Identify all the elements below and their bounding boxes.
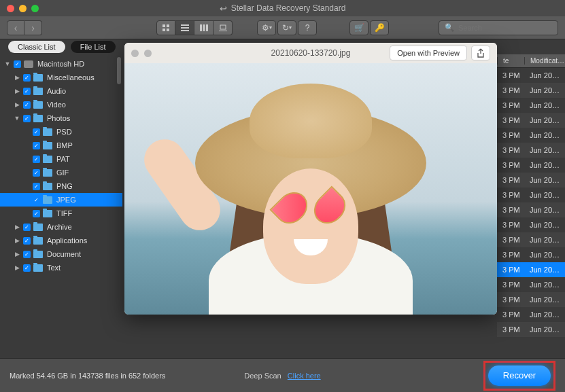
table-row[interactable]: 3 PMJun 20… bbox=[497, 143, 565, 158]
table-row[interactable]: 3 PMJun 20… bbox=[497, 173, 565, 188]
minimize-window-button[interactable] bbox=[19, 5, 27, 12]
tree-item-bmp[interactable]: ✓BMP bbox=[0, 139, 122, 152]
status-text: Marked 54.46 GB in 143738 files in 652 f… bbox=[10, 372, 165, 380]
tree-item-png[interactable]: ✓PNG bbox=[0, 179, 122, 193]
disclosure-icon[interactable]: ▶ bbox=[14, 101, 20, 108]
table-row[interactable]: 3 PMJun 20… bbox=[497, 262, 565, 277]
zoom-window-button[interactable] bbox=[31, 5, 39, 12]
tree-item-pat[interactable]: ✓PAT bbox=[0, 152, 122, 166]
table-row[interactable]: 3 PMJun 20… bbox=[497, 217, 565, 232]
table-row[interactable]: 3 PMJun 20… bbox=[497, 247, 565, 262]
checkbox[interactable]: ✓ bbox=[33, 183, 40, 190]
tree-item-applications[interactable]: ▶✓Applications bbox=[0, 234, 122, 247]
view-icon-button[interactable] bbox=[156, 20, 175, 35]
table-row[interactable]: 3 PMJun 20… bbox=[497, 292, 565, 307]
checkbox[interactable]: ✓ bbox=[23, 101, 31, 109]
checkbox[interactable]: ✓ bbox=[23, 115, 31, 122]
disclosure-icon[interactable]: ▶ bbox=[14, 237, 20, 244]
disclosure-icon[interactable]: ▼ bbox=[4, 60, 11, 67]
cell-modified: Jun 20… bbox=[524, 71, 565, 79]
view-cover-button[interactable] bbox=[213, 20, 233, 35]
tab-classic-list[interactable]: Classic List bbox=[8, 41, 65, 53]
disclosure-icon[interactable]: ▶ bbox=[14, 224, 20, 230]
sidebar-tree[interactable]: ▼✓Macintosh HD ▶✓Miscellaneous ▶✓Audio ▶… bbox=[0, 54, 122, 358]
checkbox[interactable]: ✓ bbox=[33, 169, 40, 177]
table-row[interactable]: 3 PMJun 20… bbox=[497, 188, 565, 202]
tree-label: TIFF bbox=[56, 209, 72, 217]
disclosure-icon[interactable]: ▶ bbox=[14, 264, 20, 271]
open-with-preview-button[interactable]: Open with Preview bbox=[390, 46, 467, 60]
tree-label: JPEG bbox=[56, 196, 76, 204]
nav-forward-button[interactable]: › bbox=[24, 20, 42, 35]
tree-item-psd[interactable]: ✓PSD bbox=[0, 125, 122, 139]
toolbar: ‹ › ⚙▾ ↻▾ ? 🛒 🔑 🔍 bbox=[0, 16, 565, 39]
table-row[interactable]: 3 PMJun 20… bbox=[497, 322, 565, 337]
col-header-modified[interactable]: Modificat… bbox=[524, 57, 565, 65]
tab-file-list[interactable]: File List bbox=[71, 41, 116, 53]
cell-time: 3 PM bbox=[497, 266, 524, 274]
folder-icon bbox=[43, 142, 52, 149]
cart-button[interactable]: 🛒 bbox=[349, 20, 369, 35]
checkbox[interactable]: ✓ bbox=[33, 196, 40, 204]
view-column-button[interactable] bbox=[194, 20, 213, 35]
checkbox[interactable]: ✓ bbox=[23, 74, 31, 82]
checkbox[interactable]: ✓ bbox=[33, 128, 40, 136]
checkbox[interactable]: ✓ bbox=[33, 156, 40, 163]
checkbox[interactable]: ✓ bbox=[33, 142, 40, 149]
sidebar-scrollbar[interactable] bbox=[117, 57, 121, 84]
key-button[interactable]: 🔑 bbox=[370, 20, 389, 35]
table-row[interactable]: 3 PMJun 20… bbox=[497, 202, 565, 217]
preview-close-button[interactable] bbox=[131, 50, 139, 57]
checkbox[interactable]: ✓ bbox=[23, 88, 31, 95]
table-row[interactable]: 3 PMJun 20… bbox=[497, 307, 565, 322]
table-row[interactable]: 3 PMJun 20… bbox=[497, 83, 565, 98]
deep-scan-link[interactable]: Click here bbox=[288, 372, 321, 380]
disclosure-icon[interactable]: ▼ bbox=[14, 115, 20, 122]
tree-item-tiff[interactable]: ✓TIFF bbox=[0, 207, 122, 220]
recover-button[interactable]: Recover bbox=[488, 366, 551, 386]
col-header-date[interactable]: te bbox=[497, 57, 524, 65]
view-list-button[interactable] bbox=[175, 20, 194, 35]
disclosure-icon[interactable]: ▶ bbox=[14, 88, 20, 94]
tree-item-text[interactable]: ▶✓Text bbox=[0, 261, 122, 274]
table-row[interactable]: 3 PMJun 20… bbox=[497, 128, 565, 143]
search-box[interactable]: 🔍 bbox=[439, 20, 558, 35]
table-row[interactable]: 3 PMJun 20… bbox=[497, 232, 565, 247]
tree-item-gif[interactable]: ✓GIF bbox=[0, 166, 122, 179]
close-window-button[interactable] bbox=[7, 5, 14, 12]
tree-item-jpeg[interactable]: ✓JPEG bbox=[0, 193, 122, 207]
preview-minimize-button[interactable] bbox=[144, 50, 152, 57]
tree-item-video[interactable]: ▶✓Video bbox=[0, 98, 122, 111]
disclosure-icon[interactable]: ▶ bbox=[14, 251, 20, 257]
share-button[interactable] bbox=[471, 46, 490, 60]
settings-button[interactable]: ⚙▾ bbox=[257, 20, 276, 35]
table-row[interactable]: 3 PMJun 20… bbox=[497, 113, 565, 128]
checkbox[interactable]: ✓ bbox=[23, 237, 31, 245]
checkbox[interactable]: ✓ bbox=[23, 264, 31, 272]
checkbox[interactable]: ✓ bbox=[14, 60, 21, 68]
tree-item-audio[interactable]: ▶✓Audio bbox=[0, 84, 122, 98]
checkbox[interactable]: ✓ bbox=[23, 224, 31, 231]
checkbox[interactable]: ✓ bbox=[23, 251, 31, 258]
table-row[interactable]: 3 PMJun 20… bbox=[497, 68, 565, 83]
tree-item-document[interactable]: ▶✓Document bbox=[0, 247, 122, 261]
drive-icon bbox=[24, 60, 33, 68]
tree-item-archive[interactable]: ▶✓Archive bbox=[0, 220, 122, 234]
undo-icon[interactable]: ↩ bbox=[220, 3, 227, 14]
folder-icon bbox=[43, 169, 52, 177]
help-button[interactable]: ? bbox=[298, 20, 317, 35]
search-input[interactable] bbox=[458, 24, 552, 32]
tree-item-photos[interactable]: ▼✓Photos bbox=[0, 111, 122, 125]
checkbox[interactable]: ✓ bbox=[33, 210, 40, 217]
column-headers: te Modificat… bbox=[497, 54, 565, 68]
share-icon bbox=[477, 48, 485, 58]
tree-item-misc[interactable]: ▶✓Miscellaneous bbox=[0, 71, 122, 84]
table-row[interactable]: 3 PMJun 20… bbox=[497, 158, 565, 173]
open-with-preview-label: Open with Preview bbox=[397, 49, 460, 57]
nav-back-button[interactable]: ‹ bbox=[7, 20, 24, 35]
table-row[interactable]: 3 PMJun 20… bbox=[497, 98, 565, 113]
history-button[interactable]: ↻▾ bbox=[277, 20, 296, 35]
disclosure-icon[interactable]: ▶ bbox=[14, 74, 20, 81]
tree-root[interactable]: ▼✓Macintosh HD bbox=[0, 57, 122, 71]
table-row[interactable]: 3 PMJun 20… bbox=[497, 277, 565, 292]
